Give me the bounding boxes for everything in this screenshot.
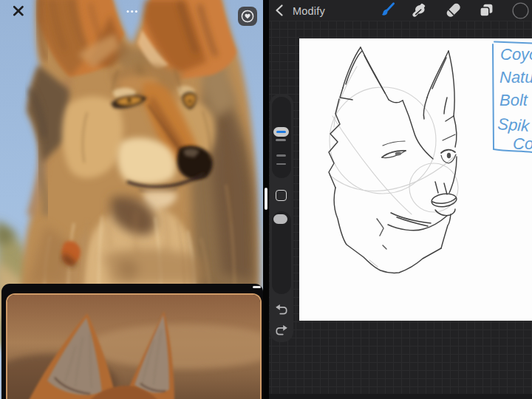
svg-text:Natu: Natu: [499, 68, 532, 86]
svg-text:Coyo: Coyo: [500, 45, 532, 64]
svg-text:Bolt: Bolt: [499, 91, 528, 109]
svg-text:Spik: Spik: [497, 115, 531, 135]
svg-text:Co: Co: [513, 134, 532, 153]
